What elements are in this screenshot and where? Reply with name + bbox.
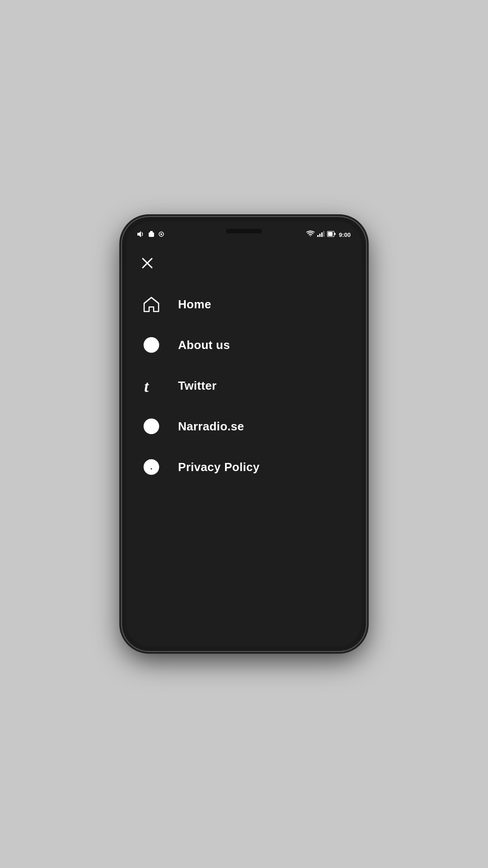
info-icon (141, 335, 162, 355)
status-left-icons (137, 231, 164, 239)
menu-item-twitter[interactable]: t Twitter (137, 365, 351, 406)
svg-rect-8 (323, 231, 324, 237)
menu-item-about[interactable]: About us (137, 325, 351, 365)
wifi-icon (306, 231, 314, 239)
svg-marker-0 (137, 231, 141, 237)
svg-rect-2 (150, 231, 153, 233)
menu-item-privacy[interactable]: Privacy Policy (137, 447, 351, 487)
menu-label-about: About us (178, 338, 230, 352)
svg-rect-1 (149, 232, 154, 237)
menu-item-home[interactable]: Home (137, 284, 351, 325)
menu-label-narradio: Narradio.se (178, 420, 244, 434)
status-time: 9:00 (339, 231, 351, 238)
svg-rect-10 (328, 232, 333, 236)
menu-label-home: Home (178, 297, 211, 311)
globe-icon (141, 416, 162, 437)
camera-icon (158, 231, 164, 239)
twitter-icon: t (141, 375, 162, 396)
volume-icon (137, 231, 145, 239)
menu-item-narradio[interactable]: Narradio.se (137, 406, 351, 447)
signal-icon (317, 231, 324, 239)
battery-icon (327, 231, 336, 239)
home-icon (141, 294, 162, 315)
app-content: Home About us (127, 244, 361, 646)
speaker (226, 229, 262, 233)
svg-rect-5 (317, 235, 319, 237)
svg-point-4 (160, 233, 162, 235)
phone-device: 9:00 (122, 217, 366, 651)
status-right-icons: 9:00 (306, 231, 351, 239)
menu-label-privacy: Privacy Policy (178, 460, 260, 474)
svg-point-16 (150, 341, 152, 343)
menu-list: Home About us (137, 284, 351, 487)
menu-label-twitter: Twitter (178, 379, 216, 393)
svg-point-25 (151, 468, 152, 470)
sim-icon (148, 231, 155, 239)
lock-icon (141, 457, 162, 477)
svg-rect-6 (319, 234, 320, 237)
close-button[interactable] (137, 253, 157, 273)
svg-rect-11 (334, 233, 336, 235)
svg-text:t: t (144, 377, 149, 395)
phone-screen: 9:00 (127, 222, 361, 646)
svg-rect-7 (321, 232, 323, 237)
